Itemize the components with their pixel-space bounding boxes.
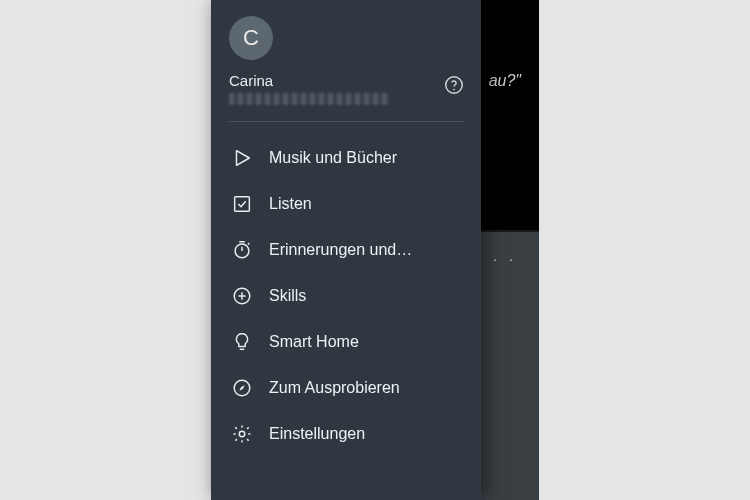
lightbulb-icon [231,331,253,353]
menu-item-music-books[interactable]: Musik und Bücher [229,136,465,180]
gear-icon [231,423,253,445]
user-name: Carina [229,72,389,89]
avatar-initial: C [243,25,259,51]
compass-icon [231,377,253,399]
svg-point-1 [453,89,455,91]
user-text-block: Carina [229,72,389,105]
svg-marker-2 [237,151,250,166]
svg-marker-13 [239,385,245,391]
menu-label: Listen [269,195,312,213]
navigation-drawer: C Carina Musik und Bücher [211,0,481,500]
menu-item-try[interactable]: Zum Ausprobieren [229,366,465,410]
checklist-icon [231,193,253,215]
play-icon [231,147,253,169]
menu-item-lists[interactable]: Listen [229,182,465,226]
svg-rect-3 [235,197,250,212]
help-icon [443,74,465,96]
menu-label: Musik und Bücher [269,149,397,167]
user-email-redacted [229,93,389,105]
menu-label: Skills [269,287,306,305]
divider [229,121,465,122]
timer-icon [231,239,253,261]
svg-line-7 [248,243,249,244]
menu-item-reminders[interactable]: Erinnerungen und… [229,228,465,272]
drawer-menu: Musik und Bücher Listen Erinnerungen und… [229,136,465,456]
menu-label: Einstellungen [269,425,365,443]
app-screen: au?" . . C Carina [211,0,539,500]
menu-item-skills[interactable]: Skills [229,274,465,318]
user-info-row: Carina [229,72,465,105]
help-button[interactable] [443,74,465,96]
svg-point-14 [239,431,245,437]
menu-item-smart-home[interactable]: Smart Home [229,320,465,364]
add-circle-icon [231,285,253,307]
menu-label: Zum Ausprobieren [269,379,400,397]
menu-label: Smart Home [269,333,359,351]
avatar[interactable]: C [229,16,273,60]
background-quote-fragment: au?" [489,72,521,90]
background-ellipsis: . . [493,248,517,264]
menu-label: Erinnerungen und… [269,241,412,259]
menu-item-settings[interactable]: Einstellungen [229,412,465,456]
